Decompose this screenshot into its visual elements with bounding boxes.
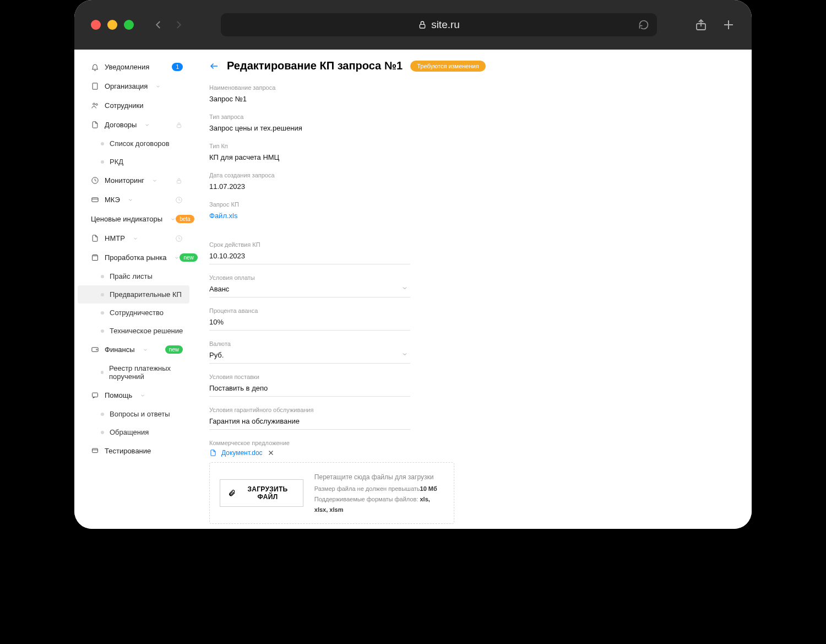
sidebar-item-market[interactable]: Проработка рынка new bbox=[74, 248, 193, 267]
new-tab-icon[interactable] bbox=[722, 18, 735, 31]
field-value: Запрос №1 bbox=[209, 95, 247, 103]
back-button[interactable] bbox=[209, 61, 219, 71]
field-value: Запрос цены и тех.решения bbox=[209, 124, 302, 132]
history-icon bbox=[175, 196, 183, 204]
chevron-down-icon bbox=[401, 285, 408, 291]
card-icon bbox=[91, 196, 99, 204]
sidebar-item-price-indicators[interactable]: Ценовые индикаторы beta bbox=[74, 209, 193, 229]
sidebar-sub-preliminary-kp[interactable]: Предварительные КП bbox=[78, 285, 189, 304]
svg-rect-0 bbox=[420, 24, 425, 28]
window-controls bbox=[91, 20, 134, 30]
valid-until-input[interactable]: Срок действия КП10.10.2023 bbox=[209, 241, 410, 264]
sidebar: Уведомления 1 Организация Сотрудники bbox=[74, 50, 193, 529]
sidebar-item-nmtr[interactable]: НМТР bbox=[74, 229, 193, 248]
file-link[interactable]: Файл.xls bbox=[209, 212, 237, 220]
field-label: Наименование запроса bbox=[209, 84, 410, 91]
wallet-icon bbox=[91, 345, 99, 354]
advance-pct-input[interactable]: Процента аванса10% bbox=[209, 307, 410, 331]
status-badge: Требуются изменения bbox=[410, 61, 485, 72]
forward-icon[interactable] bbox=[173, 17, 183, 33]
chevron-down-icon bbox=[133, 236, 138, 241]
remove-file-icon[interactable] bbox=[267, 449, 275, 457]
page-title: Редактирование КП запроса №1 bbox=[227, 59, 403, 72]
sidebar-item-label: Договоры bbox=[105, 121, 137, 129]
sidebar-item-monitoring[interactable]: Мониторинг bbox=[74, 171, 193, 190]
svg-point-8 bbox=[96, 104, 97, 105]
sidebar-item-label: Мониторинг bbox=[105, 176, 144, 185]
market-icon bbox=[91, 253, 99, 262]
main-content: Редактирование КП запроса №1 Требуются и… bbox=[193, 50, 752, 529]
field-label: Дата создания запроса bbox=[209, 172, 410, 178]
chevron-down-icon bbox=[401, 351, 408, 358]
svg-point-18 bbox=[96, 349, 97, 350]
chevron-down-icon bbox=[174, 255, 180, 261]
reload-icon[interactable] bbox=[638, 19, 649, 30]
help-icon bbox=[91, 391, 99, 399]
warranty-terms-input[interactable]: Условия гарантийного обслуживанияГаранти… bbox=[209, 407, 410, 430]
sidebar-item-finance[interactable]: Финансы new bbox=[74, 340, 193, 359]
sidebar-sub-tickets[interactable]: Обращения bbox=[74, 423, 193, 441]
sidebar-item-mke[interactable]: МКЭ bbox=[74, 190, 193, 209]
sidebar-item-label: Проработка рынка bbox=[105, 253, 166, 262]
svg-rect-11 bbox=[177, 180, 181, 183]
sidebar-item-label: Финансы bbox=[105, 345, 135, 354]
svg-rect-12 bbox=[92, 198, 98, 202]
chevron-down-icon bbox=[140, 393, 145, 398]
bell-icon bbox=[91, 63, 99, 71]
sidebar-item-help[interactable]: Помощь bbox=[74, 386, 193, 405]
sidebar-sub-tech-solution[interactable]: Техническое решение bbox=[74, 322, 193, 340]
chevron-down-icon bbox=[155, 84, 161, 89]
upload-button[interactable]: ЗАГРУЗИТЬ ФАЙЛ bbox=[220, 479, 303, 507]
sidebar-item-label: Уведомления bbox=[105, 63, 149, 71]
lock-icon bbox=[418, 20, 427, 29]
close-window[interactable] bbox=[91, 20, 101, 30]
attached-file[interactable]: Документ.doc bbox=[221, 449, 263, 457]
field-value: 11.07.2023 bbox=[209, 182, 245, 191]
sidebar-sub-price-lists[interactable]: Прайс листы bbox=[74, 267, 193, 285]
chevron-down-icon bbox=[152, 178, 157, 183]
field-label: Тип запроса bbox=[209, 113, 410, 120]
currency-select[interactable]: ВалютаРуб. bbox=[209, 340, 410, 364]
users-icon bbox=[91, 101, 99, 110]
testing-icon bbox=[91, 447, 99, 455]
sidebar-item-organization[interactable]: Организация bbox=[74, 77, 193, 96]
sidebar-item-notifications[interactable]: Уведомления 1 bbox=[74, 57, 193, 77]
maximize-window[interactable] bbox=[124, 20, 134, 30]
clock-icon bbox=[91, 176, 99, 185]
sidebar-item-contracts[interactable]: Договоры bbox=[74, 115, 193, 134]
svg-rect-19 bbox=[93, 393, 98, 397]
paperclip-icon bbox=[228, 489, 236, 497]
sidebar-item-testing[interactable]: Тестирование bbox=[74, 441, 193, 461]
sidebar-sub-contracts-list[interactable]: Список договоров bbox=[74, 134, 193, 153]
chevron-down-icon bbox=[143, 347, 148, 353]
back-icon[interactable] bbox=[154, 17, 164, 33]
sidebar-sub-rkd[interactable]: РКД bbox=[74, 153, 193, 171]
sidebar-item-label: Тестирование bbox=[105, 447, 151, 455]
field-label: Тип Кп bbox=[209, 143, 410, 149]
browser-toolbar: site.ru bbox=[74, 0, 752, 50]
sidebar-item-label: Организация bbox=[105, 82, 148, 90]
sidebar-item-label: Сотрудники bbox=[105, 101, 143, 110]
sidebar-sub-cooperation[interactable]: Сотрудничество bbox=[74, 304, 193, 322]
url-text: site.ru bbox=[431, 19, 460, 31]
url-bar[interactable]: site.ru bbox=[221, 13, 657, 36]
payment-terms-select[interactable]: Условия оплатыАванс bbox=[209, 274, 410, 297]
svg-rect-4 bbox=[93, 83, 97, 89]
document-icon bbox=[91, 234, 99, 242]
sidebar-sub-payment-registry[interactable]: Реестр платежных поручений bbox=[74, 359, 193, 386]
sidebar-sub-faq[interactable]: Вопросы и ответы bbox=[74, 405, 193, 423]
document-icon bbox=[91, 121, 99, 129]
delivery-terms-input[interactable]: Условия поставкиПоставить в депо bbox=[209, 374, 410, 397]
sidebar-item-employees[interactable]: Сотрудники bbox=[74, 96, 193, 115]
svg-point-7 bbox=[93, 103, 95, 105]
new-badge: new bbox=[165, 345, 183, 354]
lock-icon bbox=[175, 177, 183, 185]
minimize-window[interactable] bbox=[107, 20, 117, 30]
history-icon bbox=[175, 235, 183, 242]
share-icon[interactable] bbox=[694, 18, 708, 31]
upload-section-label: Коммерческое предложение bbox=[209, 440, 454, 446]
dropzone-commercial[interactable]: ЗАГРУЗИТЬ ФАЙЛ Перетащите сюда файлы для… bbox=[209, 462, 454, 524]
field-value: КП для расчета НМЦ bbox=[209, 153, 279, 161]
chevron-down-icon bbox=[170, 217, 176, 222]
building-icon bbox=[91, 82, 99, 90]
